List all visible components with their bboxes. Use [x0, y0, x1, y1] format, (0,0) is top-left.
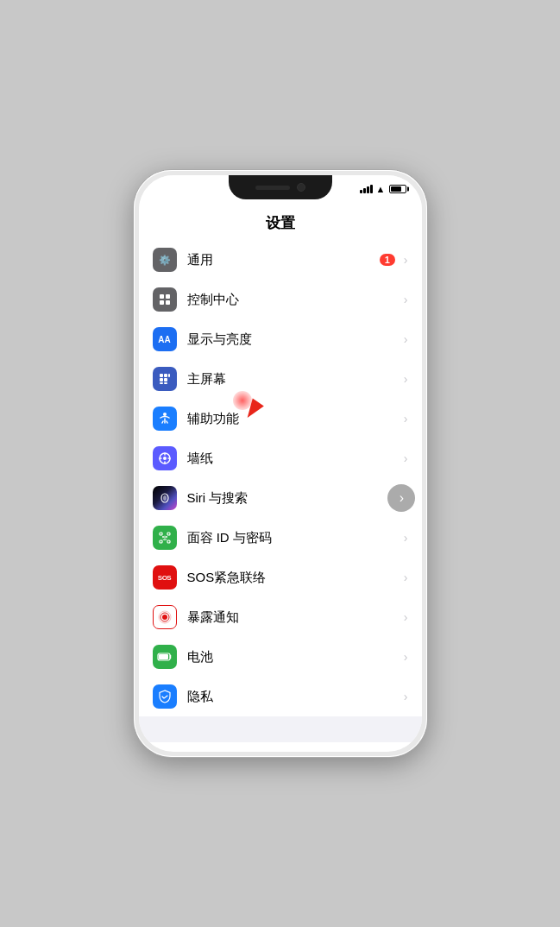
battery-icon: [389, 185, 406, 193]
faceid-chevron: ›: [404, 531, 408, 545]
svg-rect-3: [166, 300, 170, 305]
row-siri[interactable]: Siri 与搜索 ›: [139, 478, 422, 518]
svg-rect-8: [164, 378, 167, 382]
row-appstore[interactable]: App Store ›: [139, 742, 422, 747]
wallpaper-icon: [153, 446, 177, 470]
battery-label: 电池: [187, 649, 400, 665]
row-control-center[interactable]: 控制中心 ›: [139, 280, 422, 319]
page-title: 设置: [139, 211, 422, 240]
exposure-label: 暴露通知: [187, 609, 400, 626]
svg-point-15: [163, 495, 167, 501]
svg-point-20: [162, 536, 164, 538]
row-general[interactable]: ⚙️ 通用 1 ›: [139, 240, 422, 280]
privacy-chevron: ›: [404, 690, 408, 703]
svg-point-21: [166, 536, 167, 538]
signal-icon: [360, 185, 373, 193]
battery-fill: [391, 186, 402, 192]
svg-rect-9: [160, 382, 163, 384]
svg-point-11: [163, 413, 167, 416]
control-center-chevron: ›: [404, 293, 408, 306]
section-2: App Store › 钱包与 Apple Pay ›: [139, 742, 422, 747]
status-bar: ▲: [139, 175, 422, 211]
battery-row-icon: [153, 645, 177, 669]
svg-rect-2: [160, 300, 164, 305]
row-accessibility[interactable]: 辅助功能 ›: [139, 399, 422, 438]
svg-rect-7: [160, 378, 163, 382]
sos-icon: SOS: [153, 565, 177, 590]
row-faceid[interactable]: 面容 ID 与密码 ›: [139, 518, 422, 558]
svg-rect-17: [167, 533, 170, 535]
row-battery[interactable]: 电池 ›: [139, 637, 422, 677]
home-screen-chevron: ›: [404, 372, 408, 386]
home-screen-label: 主屏幕: [187, 371, 400, 388]
control-center-icon: [153, 287, 177, 312]
svg-rect-16: [160, 533, 162, 535]
display-chevron: ›: [404, 332, 408, 346]
speaker: [255, 186, 290, 190]
svg-rect-6: [168, 374, 170, 377]
svg-rect-1: [166, 294, 170, 299]
row-display[interactable]: AA 显示与亮度 ›: [139, 319, 422, 359]
svg-point-23: [162, 615, 167, 620]
wallpaper-chevron: ›: [404, 451, 408, 465]
row-privacy[interactable]: 隐私 ›: [139, 677, 422, 716]
faceid-icon: [153, 526, 177, 550]
privacy-label: 隐私: [187, 689, 400, 705]
accessibility-label: 辅助功能: [187, 411, 400, 427]
faceid-label: 面容 ID 与密码: [187, 530, 400, 546]
general-badge: 1: [380, 254, 395, 266]
scroll-button[interactable]: ›: [387, 484, 415, 512]
display-label: 显示与亮度: [187, 331, 400, 348]
svg-rect-5: [164, 374, 167, 377]
siri-icon: [153, 486, 177, 510]
camera: [297, 183, 305, 192]
row-wallpaper[interactable]: 墙纸 ›: [139, 438, 422, 478]
svg-rect-10: [164, 382, 167, 384]
general-icon: ⚙️: [153, 248, 177, 272]
sos-chevron: ›: [404, 571, 408, 584]
phone-screen: ▲ 设置 ⚙️ 通用 1 ›: [139, 175, 422, 752]
notch: [229, 175, 332, 199]
siri-label: Siri 与搜索: [187, 490, 408, 507]
section-gap-1: [139, 716, 422, 742]
accessibility-icon: [153, 407, 177, 431]
privacy-icon: [153, 684, 177, 709]
row-exposure[interactable]: 暴露通知 ›: [139, 597, 422, 637]
settings-list[interactable]: ⚙️ 通用 1 › 控制中心: [139, 240, 422, 747]
exposure-icon: [153, 605, 177, 629]
svg-rect-27: [159, 654, 168, 659]
svg-rect-0: [160, 294, 164, 299]
sos-label: SOS紧急联络: [187, 570, 400, 586]
row-sos[interactable]: SOS SOS紧急联络 ›: [139, 558, 422, 597]
svg-rect-19: [167, 540, 170, 543]
display-icon: AA: [153, 327, 177, 351]
phone-frame: ▲ 设置 ⚙️ 通用 1 ›: [134, 170, 427, 757]
status-icons: ▲: [360, 184, 406, 194]
svg-point-13: [163, 457, 167, 460]
control-center-label: 控制中心: [187, 292, 400, 308]
battery-chevron: ›: [404, 650, 408, 664]
general-chevron: ›: [404, 253, 408, 267]
wifi-icon: ▲: [376, 184, 386, 194]
exposure-chevron: ›: [404, 610, 408, 624]
svg-rect-18: [160, 540, 162, 543]
home-screen-icon: [153, 367, 177, 391]
wallpaper-label: 墙纸: [187, 451, 400, 467]
svg-rect-4: [160, 374, 163, 377]
general-label: 通用: [187, 252, 380, 268]
section-1: ⚙️ 通用 1 › 控制中心: [139, 240, 422, 716]
accessibility-chevron: ›: [404, 412, 408, 426]
row-home-screen[interactable]: 主屏幕 ›: [139, 359, 422, 399]
